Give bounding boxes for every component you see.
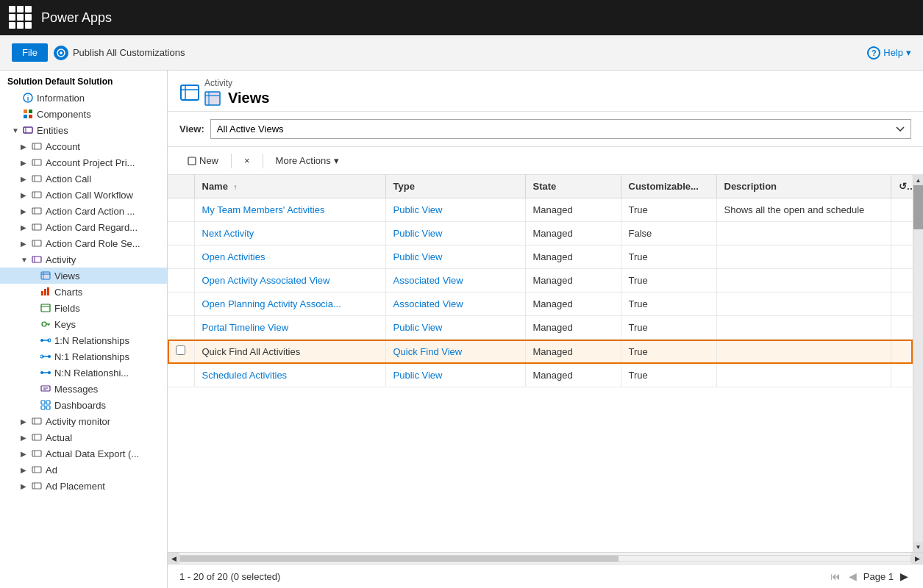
page-next-button[interactable]: ▶ [897,569,911,584]
sidebar-item-components[interactable]: Components [0,106,167,122]
components-icon [22,108,34,120]
col-header-type[interactable]: Type [385,175,525,198]
sidebar-item-fields[interactable]: Fields [0,300,167,316]
col-header-check [168,175,194,198]
row-state: Managed [525,364,621,387]
row-name-link[interactable]: My Team Members' Activities [202,204,325,215]
table-row[interactable]: Quick Find All ActivitiesQuick Find View… [168,340,913,364]
table-row[interactable]: Open ActivitiesPublic ViewManagedTrue [168,245,913,269]
page-first-button[interactable]: ⏮ [828,569,843,584]
action-call-workflow-icon [31,189,43,201]
row-name[interactable]: Quick Find All Activities [194,340,385,364]
table-row[interactable]: Portal Timeline ViewPublic ViewManagedTr… [168,316,913,340]
help-button[interactable]: ? Help ▾ [867,46,911,60]
sidebar-item-actual-data-export[interactable]: ▶ Actual Data Export (... [0,445,167,462]
sidebar-item-1n-rel[interactable]: 1:N Relationships [0,332,167,348]
svg-rect-58 [32,467,41,473]
sidebar-item-actual[interactable]: ▶ Actual [0,429,167,445]
table-row[interactable]: My Team Members' ActivitiesPublic ViewMa… [168,198,913,222]
sidebar-item-information[interactable]: i Information [0,90,167,106]
new-button[interactable]: New [179,151,227,170]
row-name[interactable]: Open Activity Associated View [194,269,385,293]
hscroll-right[interactable]: ▶ [911,553,923,564]
sidebar-item-messages[interactable]: Messages [0,381,167,397]
sidebar-item-label: Account [46,141,80,152]
sidebar-item-account[interactable]: ▶ Account [0,138,167,154]
sidebar-item-activity-monitor[interactable]: ▶ Activity monitor [0,413,167,429]
sidebar-item-charts[interactable]: Charts [0,284,167,300]
table-row[interactable]: Next ActivityPublic ViewManagedFalse [168,222,913,245]
app-grid-icon[interactable] [9,6,32,29]
content-area: Activity Views View: [168,71,923,588]
sidebar-item-account-project[interactable]: ▶ Account Project Pri... [0,154,167,171]
action-call-wf-arrow: ▶ [21,191,28,199]
table-row[interactable]: Open Planning Activity Associa...Associa… [168,293,913,316]
row-name-link[interactable]: Scheduled Activities [202,370,288,381]
row-name-link[interactable]: Open Activity Associated View [202,275,330,286]
svg-rect-29 [44,289,46,295]
sidebar-item-keys[interactable]: Keys [0,316,167,332]
entity-name: Activity [204,78,269,88]
sidebar-item-views[interactable]: Views [0,268,167,284]
charts-icon [40,286,51,298]
row-refresh [891,245,913,269]
sidebar-item-label: Action Card Regard... [46,222,138,233]
vscroll-up[interactable]: ▲ [913,175,924,185]
col-header-state[interactable]: State [525,175,621,198]
delete-button[interactable]: × [236,151,258,170]
sidebar-item-ad[interactable]: ▶ Ad [0,462,167,478]
publish-button[interactable]: Publish All Customizations [54,46,185,60]
sidebar-item-action-card-regard[interactable]: ▶ Action Card Regard... [0,219,167,235]
messages-icon [40,383,51,395]
col-header-refresh[interactable]: ↺ [891,175,913,198]
table-row[interactable]: Scheduled ActivitiesPublic ViewManagedTr… [168,364,913,387]
sidebar-item-action-call-workflow[interactable]: ▶ Action Call Workflow [0,187,167,203]
vscroll-down[interactable]: ▼ [913,542,924,552]
row-name[interactable]: Open Activities [194,245,385,269]
row-name[interactable]: Scheduled Activities [194,364,385,387]
more-actions-button[interactable]: More Actions ▾ [268,151,347,170]
col-header-name[interactable]: Name ↑ [194,175,385,198]
sidebar-item-n1-rel[interactable]: N:1 Relationships [0,348,167,365]
row-type: Public View [385,198,525,222]
sidebar-item-action-card-action[interactable]: ▶ Action Card Action ... [0,203,167,219]
col-header-customizable[interactable]: Customizable... [621,175,716,198]
sidebar-item-label: Fields [54,303,80,314]
sidebar-item-nn-rel[interactable]: N:N Relationshi... [0,365,167,381]
row-checkbox[interactable] [176,345,185,355]
file-button[interactable]: File [12,43,48,62]
row-state: Managed [525,198,621,222]
row-name-link[interactable]: Next Activity [202,228,254,239]
row-name[interactable]: My Team Members' Activities [194,198,385,222]
help-label: Help [883,47,903,58]
page-prev-button[interactable]: ◀ [846,569,860,584]
1n-arrow-none [29,337,37,345]
hscroll-thumb[interactable] [180,556,619,562]
col-header-description[interactable]: Description [716,175,891,198]
row-type: Associated View [385,269,525,293]
sidebar-item-entities[interactable]: ▼ Entities [0,122,167,138]
vscroll-thumb[interactable] [913,185,924,229]
table-vscrollbar[interactable]: ▲ ▼ [913,175,923,552]
row-name-link[interactable]: Portal Timeline View [202,322,289,333]
row-description [716,316,891,340]
svg-rect-28 [41,291,43,295]
row-name[interactable]: Open Planning Activity Associa... [194,293,385,316]
sidebar-item-action-card-role[interactable]: ▶ Action Card Role Se... [0,235,167,251]
view-dropdown[interactable]: All Active Views My Active Views All Ina… [210,119,911,139]
row-name-link[interactable]: Open Activities [202,251,266,262]
row-name[interactable]: Portal Timeline View [194,316,385,340]
table-row[interactable]: Open Activity Associated ViewAssociated … [168,269,913,293]
ad-placement-icon [31,480,43,492]
sort-icon: ↑ [234,183,238,191]
actual-data-arrow: ▶ [21,450,28,458]
sidebar-item-dashboards[interactable]: Dashboards [0,397,167,413]
hscroll-left[interactable]: ◀ [168,553,179,564]
sidebar-item-action-call[interactable]: ▶ Action Call [0,171,167,187]
fields-arrow-none [29,304,37,312]
row-name-link[interactable]: Open Planning Activity Associa... [202,298,341,309]
row-name[interactable]: Next Activity [194,222,385,245]
sidebar-item-activity[interactable]: ▼ Activity [0,251,167,268]
sidebar-item-ad-placement[interactable]: ▶ Ad Placement [0,478,167,494]
activity-monitor-icon [31,415,43,427]
